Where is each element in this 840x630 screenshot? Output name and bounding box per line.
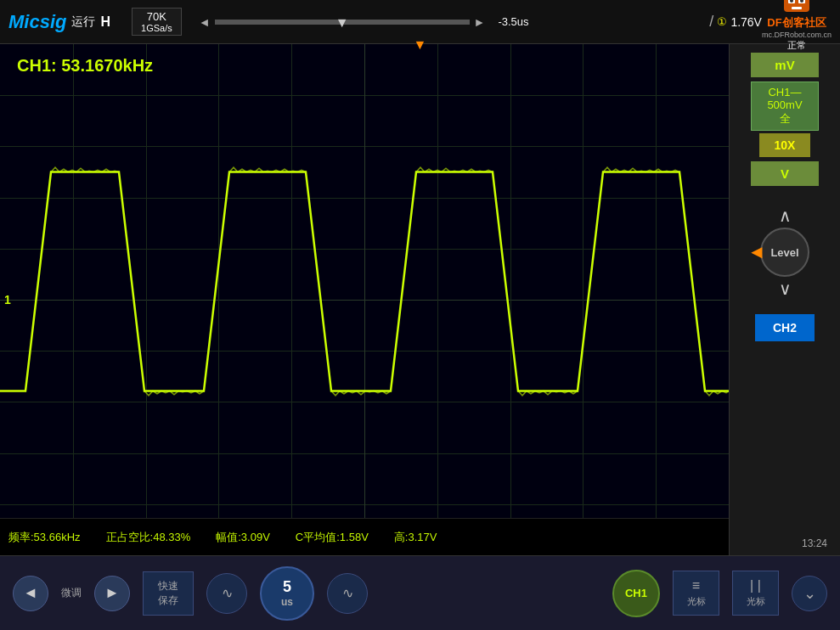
nav-back-icon: ◄ [23,584,38,602]
scroll-button[interactable]: ⌄ [792,576,827,611]
nav-forward-button[interactable]: ► [94,576,130,611]
trigger-slash-icon: / [709,13,713,31]
duty-stat: 正占空比:48.33% [106,530,191,545]
time-position-display[interactable]: ◄ ▼ ► -3.5us [199,15,693,29]
trigger-channel: ① [717,15,727,28]
svg-rect-0 [784,0,809,12]
bottom-control-bar: ◄ 微调 ► 快速保存 ∿ 5 us ∿ CH1 ≡ 光标 | | 光标 ⌄ [0,555,840,630]
level-up-button[interactable]: ∧ [779,207,792,224]
time-arrow-left[interactable]: ◄ [199,15,211,29]
ch1-select-button[interactable]: CH1 [612,570,660,617]
marker1-button[interactable]: ≡ 光标 [673,571,719,616]
high-stat: 高:3.17V [394,530,437,545]
zoom-10x-button[interactable]: 10X [759,133,810,157]
trigger-info: / ① 1.76V [709,13,762,31]
quick-save-button[interactable]: 快速保存 [143,571,194,616]
ch1-scale-label: CH1— [758,86,811,98]
ch1-scale-display[interactable]: CH1— 500mV 全 [751,82,819,131]
level-knob[interactable]: Level [760,228,809,277]
freq-stat: 频率:53.66kHz [8,530,81,545]
timebase-knob[interactable]: 5 us [260,566,314,621]
level-down-button[interactable]: ∨ [779,280,792,297]
ch1-full-label: 全 [758,111,811,127]
marker2-icon: | | [750,578,761,593]
nav-forward-icon: ► [104,584,120,602]
ch1-select-label: CH1 [625,587,647,599]
marker2-label: 光标 [747,595,765,608]
trigger-mode: H [100,14,110,30]
ch1-waveform [0,44,729,555]
micsig-logo-text: Micsig [8,11,66,33]
wave-right-button[interactable]: ∿ [327,573,368,614]
quick-save-label: 快速保存 [158,580,178,606]
nav-back-button[interactable]: ◄ [13,576,48,611]
df-robot-icon [780,0,814,15]
avg-stat: C平均值:1.58V [296,530,369,545]
timebase-bot: 1GSa/s [141,23,172,33]
svg-rect-5 [792,7,802,9]
scroll-icon: ⌄ [803,584,816,603]
run-status: 运行 [71,14,95,30]
right-control-panel: mV CH1— 500mV 全 10X V ◄ ∧ Level ∨ CH2 [729,44,840,555]
amplitude-stat: 幅值:3.09V [216,530,270,545]
marker2-button[interactable]: | | 光标 [732,571,779,616]
trigger-level-arrow: ◄ [747,241,766,263]
clock-display: 13:24 [802,537,827,549]
ch2-button[interactable]: CH2 [755,314,815,341]
trigger-position-arrow: ▼ [414,37,427,53]
v-button[interactable]: V [751,161,819,186]
timebase-unit: us [281,596,293,608]
level-label: Level [770,246,798,259]
ch1-channel-marker: 1 [4,293,11,307]
wave-left-button[interactable]: ∿ [206,573,247,614]
oscilloscope-display: CH1: 53.1670kHz 1 频率:53.66kHz 正占空比:48.33… [0,44,729,555]
df-url-text: mc.DFRobot.com.cn [762,31,832,39]
time-cursor-marker: ▼ [335,15,349,31]
wave-left-icon: ∿ [222,585,233,601]
df-logo-area: DF创客社区 mc.DFRobot.com.cn 正常 [762,0,832,52]
timebase-top: 70K [147,10,166,23]
df-status-text: 正常 [787,39,806,52]
logo-area: Micsig 运行 H [0,11,119,33]
df-brand-text: DF创客社区 [767,15,826,31]
ch1-frequency-label: CH1: 53.1670kHz [17,56,153,76]
marker1-icon: ≡ [692,578,700,593]
fine-adjust-label: 微调 [61,586,82,600]
level-control-area: ◄ ∧ Level ∨ [760,207,809,297]
measurements-bar: 频率:53.66kHz 正占空比:48.33% 幅值:3.09V C平均值:1.… [0,518,729,555]
ch1-scale-value: 500mV [758,98,811,111]
time-arrow-right[interactable]: ► [474,15,486,29]
wave-right-icon: ∿ [342,585,353,601]
mv-button[interactable]: mV [751,53,819,77]
timebase-box[interactable]: 70K 1GSa/s [132,8,182,36]
trigger-voltage: 1.76V [730,15,762,29]
marker1-label: 光标 [687,595,706,608]
timebase-value: 5 [283,578,291,596]
time-position-bar[interactable]: ▼ [215,20,470,25]
time-offset-value: -3.5us [498,15,528,28]
